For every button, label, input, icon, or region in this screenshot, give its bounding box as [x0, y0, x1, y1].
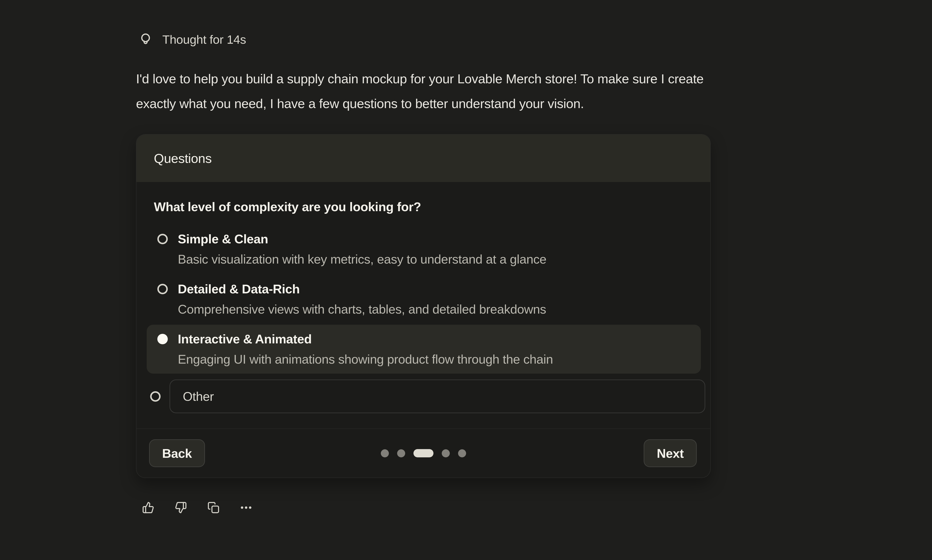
question-text: What level of complexity are you looking…	[154, 199, 693, 215]
copy-button[interactable]	[207, 501, 220, 514]
option-description: Comprehensive views with charts, tables,…	[178, 302, 546, 317]
option-detailed-data-rich[interactable]: Detailed & Data-Rich Comprehensive views…	[147, 275, 701, 324]
thinking-summary[interactable]: Thought for 14s	[139, 32, 246, 46]
pagination-dot	[442, 449, 450, 457]
radio-button-selected[interactable]	[157, 334, 168, 344]
chat-message-region: Thought for 14s I'd love to help you bui…	[0, 0, 932, 560]
more-options-button[interactable]	[240, 501, 253, 514]
back-button[interactable]: Back	[149, 439, 205, 467]
thumbs-up-icon	[142, 502, 154, 514]
questions-card-header: Questions	[136, 135, 710, 182]
option-description: Basic visualization with key metrics, ea…	[178, 251, 547, 267]
questions-card-body: What level of complexity are you looking…	[136, 182, 710, 413]
assistant-message-text: I'd love to help you build a supply chai…	[136, 66, 854, 116]
thumbs-down-button[interactable]	[174, 501, 187, 514]
option-description: Engaging UI with animations showing prod…	[178, 351, 553, 367]
thumbs-down-icon	[175, 502, 187, 514]
pagination-dot-active	[413, 449, 433, 457]
option-label: Detailed & Data-Rich	[178, 281, 546, 297]
questions-card: Questions What level of complexity are y…	[136, 134, 711, 478]
copy-icon	[207, 502, 220, 514]
option-label: Simple & Clean	[178, 231, 547, 247]
radio-button[interactable]	[157, 234, 168, 244]
option-other	[140, 380, 709, 413]
thumbs-up-button[interactable]	[142, 501, 154, 514]
ellipsis-icon	[240, 502, 252, 514]
options-list: Simple & Clean Basic visualization with …	[147, 225, 701, 413]
next-button[interactable]: Next	[644, 439, 697, 467]
message-line: I'd love to help you build a supply chai…	[136, 66, 854, 91]
radio-button[interactable]	[157, 284, 168, 294]
other-text-input[interactable]	[169, 380, 705, 413]
pagination-dot	[458, 449, 466, 457]
option-label: Interactive & Animated	[178, 331, 553, 347]
pagination-dot	[381, 449, 389, 457]
message-actions	[142, 501, 253, 514]
questions-card-footer: Back Next	[136, 428, 710, 478]
option-interactive-animated[interactable]: Interactive & Animated Engaging UI with …	[147, 325, 701, 374]
option-simple-clean[interactable]: Simple & Clean Basic visualization with …	[147, 225, 701, 274]
pagination-dots	[381, 449, 466, 457]
thinking-duration-label: Thought for 14s	[162, 32, 246, 46]
lightbulb-icon	[139, 32, 153, 46]
message-line: exactly what you need, I have a few ques…	[136, 91, 854, 116]
card-title: Questions	[154, 151, 212, 166]
radio-button[interactable]	[150, 391, 160, 402]
pagination-dot	[397, 449, 405, 457]
